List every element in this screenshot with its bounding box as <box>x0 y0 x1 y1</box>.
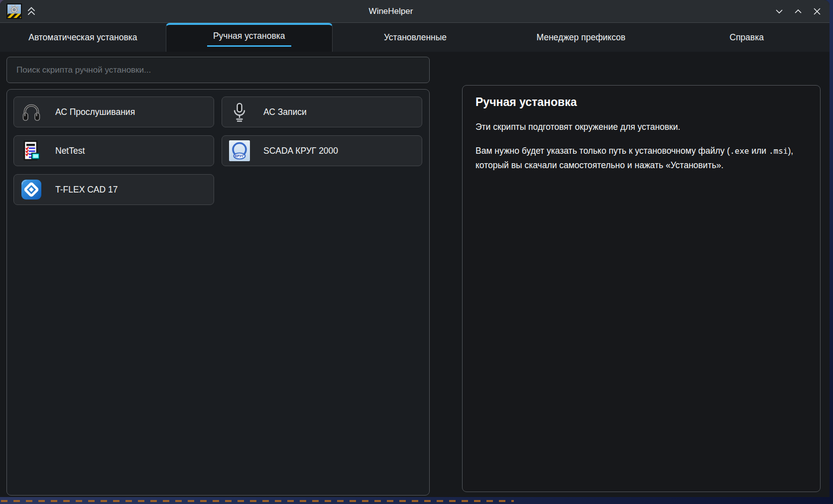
background-terminal-sliver <box>1 500 514 502</box>
tab-manual-install[interactable]: Ручная установка <box>166 23 333 52</box>
tab-bar: Автоматическая установка Ручная установк… <box>0 23 830 52</box>
keep-above-icon[interactable] <box>26 6 37 17</box>
winehelper-app-icon[interactable] <box>6 3 22 19</box>
tab-label: Ручная установка <box>207 30 291 47</box>
info-paragraph-1: Эти скрипты подготовят окружение для уст… <box>476 120 807 134</box>
tab-automatic-install[interactable]: Автоматическая установка <box>0 23 166 52</box>
tab-label: Автоматическая установка <box>28 32 137 43</box>
tab-prefix-manager[interactable]: Менеджер префиксов <box>498 23 664 52</box>
script-label: SCADA КРУГ 2000 <box>263 146 338 156</box>
script-label: NetTest <box>55 146 85 156</box>
tab-label: Установленные <box>384 32 447 43</box>
window-title: WineHelper <box>369 6 413 16</box>
tab-label: Справка <box>729 32 764 43</box>
script-button-nettest[interactable]: NetTest <box>13 135 214 166</box>
file-extension-exe: .exe <box>730 146 749 156</box>
close-icon[interactable] <box>811 5 823 17</box>
minimize-icon[interactable] <box>773 5 785 17</box>
document-checklist-icon <box>21 140 42 161</box>
svg-text:КРУГ: КРУГ <box>235 154 244 158</box>
script-button-scada-krug[interactable]: КРУГ SCADA КРУГ 2000 <box>222 135 422 166</box>
file-extension-msi: .msi <box>769 146 788 156</box>
script-button-ac-recording[interactable]: АС Записи <box>222 97 422 127</box>
info-panel-heading: Ручная установка <box>476 96 807 109</box>
tab-help[interactable]: Справка <box>664 23 830 52</box>
search-input[interactable] <box>6 57 430 83</box>
krug-logo-icon: КРУГ <box>229 140 250 161</box>
maximize-icon[interactable] <box>792 5 804 17</box>
paragraph-text: Вам нужно будет указать только путь к ус… <box>476 146 730 156</box>
microphone-icon <box>229 101 250 122</box>
main-content: АС Прослушивания АС Записи <box>0 52 830 497</box>
headphones-icon <box>21 101 42 122</box>
window-controls <box>773 5 823 17</box>
tab-label: Менеджер префиксов <box>536 32 625 43</box>
script-button-ac-listening[interactable]: АС Прослушивания <box>13 97 214 127</box>
tflex-logo-icon <box>21 179 42 200</box>
paragraph-text: или <box>749 146 769 156</box>
script-button-tflex-cad[interactable]: T-FLEX CAD 17 <box>13 174 214 205</box>
script-label: T-FLEX CAD 17 <box>55 185 118 195</box>
tab-installed[interactable]: Установленные <box>333 23 498 52</box>
script-label: АС Записи <box>263 107 307 117</box>
script-label: АС Прослушивания <box>55 107 135 117</box>
scripts-list-panel: АС Прослушивания АС Записи <box>6 89 430 496</box>
winehelper-window: WineHelper Автоматическая установка <box>0 0 830 497</box>
desktop: { "titlebar": { "title": "WineHelper" },… <box>0 0 833 504</box>
info-paragraph-2: Вам нужно будет указать только путь к ус… <box>476 144 807 173</box>
titlebar: WineHelper <box>0 0 830 23</box>
info-panel: Ручная установка Эти скрипты подготовят … <box>462 85 821 492</box>
